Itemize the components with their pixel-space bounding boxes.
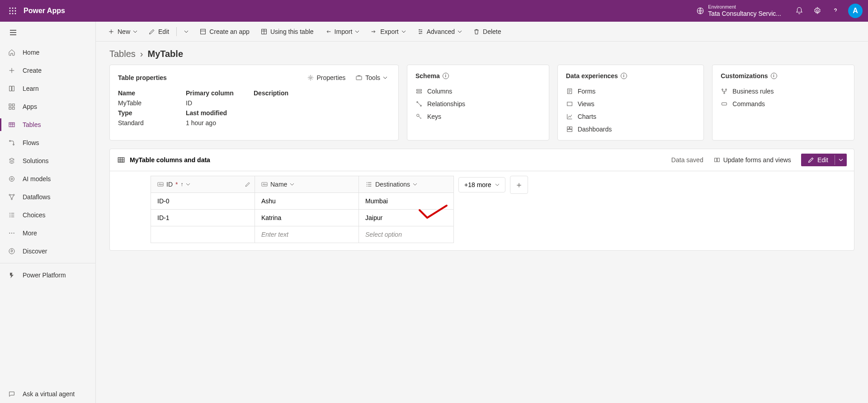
custom-link-business-rules[interactable]: Business rules (721, 88, 846, 95)
column-header-name[interactable]: Abc Name (255, 176, 359, 193)
dataexp-link-views[interactable]: Views (566, 100, 696, 108)
svg-point-41 (722, 89, 723, 90)
cell-id[interactable]: ID-0 (151, 193, 255, 210)
sidebar-item-dataflows[interactable]: Dataflows (0, 188, 95, 206)
sidebar-item-flows[interactable]: Flows (0, 134, 95, 152)
datagrid-title-label: MyTable columns and data (130, 156, 210, 164)
dataexp-link-dashboards[interactable]: Dashboards (566, 126, 696, 133)
schema-card: Schema i Columns Relationships Keys (407, 65, 549, 141)
info-icon[interactable]: i (443, 73, 449, 79)
cmd-export[interactable]: Export (366, 25, 410, 38)
svg-rect-40 (567, 130, 572, 132)
cell-name[interactable]: Katrina (255, 210, 359, 226)
svg-point-42 (726, 89, 727, 90)
svg-rect-31 (417, 89, 422, 91)
column-header-id[interactable]: Abc ID* ↑ (151, 176, 255, 193)
schema-link-columns[interactable]: Columns (415, 88, 541, 95)
svg-rect-13 (9, 107, 11, 109)
cell-dest[interactable]: Mumbai (359, 193, 454, 210)
sidebar-item-power-platform[interactable]: Power Platform (0, 266, 95, 284)
chat-icon (7, 389, 16, 398)
app-launcher-icon[interactable] (5, 4, 20, 18)
schema-link-relationships[interactable]: Relationships (415, 100, 541, 108)
tools-button[interactable]: Tools (353, 72, 390, 83)
environment-picker[interactable]: Environment Tata Consultancy Servic... (696, 4, 781, 18)
info-icon[interactable]: i (771, 73, 777, 79)
notifications-icon[interactable] (790, 2, 808, 20)
table-new-row[interactable]: Enter text Select option (151, 226, 454, 243)
sidebar-item-label: Apps (23, 103, 37, 110)
info-icon[interactable]: i (621, 73, 627, 79)
table-row[interactable]: ID-0 Ashu Mumbai (151, 193, 454, 210)
svg-point-4 (12, 10, 14, 12)
table-icon (117, 156, 125, 164)
sidebar-item-label: Flows (23, 139, 39, 146)
chevron-down-icon (401, 29, 406, 34)
dataflows-icon (7, 192, 16, 202)
sidebar-item-ask-agent[interactable]: Ask a virtual agent (0, 385, 95, 403)
svg-rect-37 (567, 102, 572, 106)
cell-dest-placeholder[interactable]: Select option (359, 226, 454, 243)
edit-dropdown[interactable] (835, 155, 847, 165)
cmd-edit[interactable]: Edit (144, 25, 174, 38)
svg-point-23 (9, 233, 10, 234)
svg-point-25 (14, 233, 14, 234)
discover-icon (7, 247, 16, 256)
svg-point-2 (15, 8, 16, 9)
cell-id[interactable]: ID-1 (151, 210, 255, 226)
sidebar-toggle-icon[interactable] (0, 22, 95, 43)
breadcrumb-separator: › (140, 49, 143, 59)
prop-label-primary: Primary column (186, 89, 254, 97)
cell-name[interactable]: Ashu (255, 193, 359, 210)
power-platform-icon (7, 271, 16, 280)
cell-id-empty[interactable] (151, 226, 255, 243)
help-icon[interactable] (826, 2, 844, 20)
cmd-new[interactable]: New (103, 25, 142, 38)
settings-icon[interactable] (808, 2, 826, 20)
sidebar-item-apps[interactable]: Apps (0, 98, 95, 116)
sidebar-item-label: AI models (23, 175, 51, 183)
cmd-edit-dropdown[interactable] (179, 27, 193, 37)
svg-point-0 (9, 8, 11, 9)
sidebar-item-more[interactable]: More (0, 224, 95, 242)
table-row[interactable]: ID-1 Katrina Jaipur (151, 210, 454, 226)
sidebar-item-home[interactable]: Home (0, 43, 95, 61)
sidebar-item-tables[interactable]: Tables (0, 116, 95, 134)
user-avatar[interactable]: A (848, 4, 863, 18)
cmd-delete[interactable]: Delete (468, 25, 505, 38)
cmd-advanced[interactable]: Advanced (412, 25, 467, 38)
sidebar-item-aimodels[interactable]: AI models (0, 170, 95, 188)
sort-asc-icon: ↑ (180, 181, 183, 187)
svg-point-34 (420, 105, 422, 107)
cmd-create-app[interactable]: Create an app (195, 25, 254, 38)
column-header-destinations[interactable]: Destinations (359, 176, 454, 193)
dataexp-link-charts[interactable]: Charts (566, 113, 696, 120)
sidebar-item-solutions[interactable]: Solutions (0, 152, 95, 170)
edit-column-icon[interactable] (245, 181, 251, 187)
edit-button[interactable]: Edit (801, 154, 835, 166)
sidebar-item-label: Discover (23, 248, 47, 255)
sidebar-item-create[interactable]: Create (0, 61, 95, 80)
breadcrumb-root[interactable]: Tables (109, 49, 136, 59)
properties-button[interactable]: Properties (304, 72, 349, 83)
svg-rect-46 (714, 158, 717, 162)
sidebar-item-choices[interactable]: Choices (0, 206, 95, 224)
chevron-down-icon (355, 29, 359, 34)
update-forms-button[interactable]: Update forms and views (711, 155, 794, 165)
sidebar-item-learn[interactable]: Learn (0, 80, 95, 98)
sidebar-item-label: Choices (23, 211, 46, 219)
add-column-button[interactable]: ＋ (510, 176, 528, 194)
custom-link-commands[interactable]: Commands (721, 100, 846, 108)
sidebar-item-label: Home (23, 49, 39, 56)
cell-name-placeholder[interactable]: Enter text (255, 226, 359, 243)
schema-link-keys[interactable]: Keys (415, 113, 541, 120)
cmd-using-table[interactable]: Using this table (256, 25, 318, 38)
more-columns-button[interactable]: +18 more (458, 177, 505, 192)
dataexp-link-forms[interactable]: Forms (566, 88, 696, 95)
sidebar-item-discover[interactable]: Discover (0, 242, 95, 260)
card-title-label: Schema (415, 72, 440, 80)
cell-dest[interactable]: Jaipur (359, 210, 454, 226)
sidebar-item-label: Ask a virtual agent (23, 390, 75, 398)
chevron-down-icon (495, 183, 500, 187)
cmd-import[interactable]: Import (320, 25, 364, 38)
